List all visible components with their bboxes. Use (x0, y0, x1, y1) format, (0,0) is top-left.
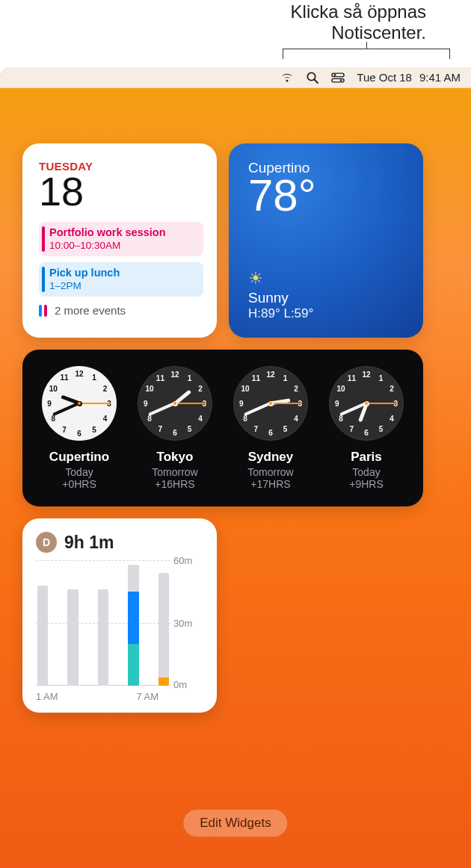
calendar-widget[interactable]: TUESDAY 18 Portfolio work session 10:00–… (22, 143, 217, 338)
clock-numeral: 10 (241, 385, 249, 393)
svg-point-5 (340, 79, 342, 81)
calendar-daynum: 18 (39, 171, 203, 211)
clock-numeral: 5 (283, 424, 288, 433)
callout-line2: Notiscenter. (331, 22, 426, 43)
bar-icon (44, 305, 47, 317)
callout-line1: Klicka så öppnas (291, 1, 426, 22)
chart-bar (98, 589, 108, 686)
menubar-date: Tue Oct 18 (357, 71, 412, 84)
weather-widget[interactable]: Cupertino 78° ☀︎ Sunny H:89° L:59° (229, 143, 423, 338)
world-clock-widget[interactable]: 123456789101112CupertinoToday+0HRS123456… (22, 350, 423, 506)
sun-icon: ☀︎ (248, 269, 407, 288)
clock-numeral: 1 (188, 374, 192, 382)
clock-numeral: 6 (77, 430, 81, 438)
svg-line-1 (315, 79, 318, 83)
chart-bar (128, 565, 138, 686)
calendar-more[interactable]: 2 more events (39, 304, 203, 317)
clock-numeral: 12 (266, 370, 274, 378)
clock-numeral: 10 (49, 385, 58, 393)
calendar-more-bars (39, 305, 47, 317)
clock-column: 123456789101112CupertinoToday+0HRS (34, 366, 124, 490)
clock-numeral: 9 (47, 400, 52, 408)
hand-s-hand (79, 403, 111, 404)
clock-city: Tokyo (130, 450, 220, 465)
chart-bar (158, 573, 169, 686)
hand-h-hand (271, 398, 290, 405)
clock-numeral: 7 (350, 424, 354, 433)
clock-numeral: 7 (158, 424, 163, 433)
clock-numeral: 2 (198, 385, 203, 393)
annotation-callout: Klicka så öppnas Notiscenter. (0, 0, 471, 67)
clock-numeral: 9 (239, 400, 244, 408)
chart-bars (36, 560, 170, 686)
avatar: D (36, 532, 57, 553)
svg-rect-2 (332, 73, 344, 77)
clock-pivot (364, 401, 369, 406)
screen-time-total: 9h 1m (64, 533, 114, 553)
clock-offset: +0HRS (34, 478, 124, 490)
clock-face: 123456789101112 (233, 366, 308, 441)
calendar-more-label: 2 more events (55, 304, 126, 317)
hand-m-hand (149, 402, 176, 416)
edit-widgets-button[interactable]: Edit Widgets (183, 810, 287, 837)
clock-numeral: 12 (170, 370, 179, 378)
hand-s-hand (366, 403, 398, 404)
hand-m-hand (244, 402, 271, 416)
clock-numeral: 11 (60, 373, 68, 382)
control-center-icon[interactable] (331, 71, 345, 84)
menubar-datetime[interactable]: Tue Oct 18 9:41 AM (357, 71, 461, 84)
clock-numeral: 4 (294, 414, 298, 422)
screen-time-widget[interactable]: D 9h 1m 60m 30m 0m 1 AM 7 AM (22, 518, 217, 713)
calendar-event[interactable]: Pick up lunch 1–2PM (39, 262, 203, 297)
chart-bar (37, 586, 48, 686)
notification-center: TUESDAY 18 Portfolio work session 10:00–… (0, 88, 471, 868)
clock-face: 123456789101112 (138, 366, 212, 441)
weather-temp: 78° (248, 173, 407, 218)
clock-day: Tomorrow (226, 466, 315, 478)
clock-numeral: 1 (379, 374, 384, 382)
widgets-row-3: D 9h 1m 60m 30m 0m 1 AM 7 AM (22, 518, 449, 713)
clock-numeral: 4 (103, 415, 108, 423)
clock-numeral: 4 (390, 414, 394, 422)
event-time: 10:00–10:30AM (49, 239, 196, 252)
wifi-icon[interactable] (280, 71, 294, 84)
chart-bar (67, 589, 78, 686)
clock-offset: +17HRS (226, 478, 315, 490)
clock-numeral: 11 (348, 374, 356, 382)
x-label: 1 AM (36, 691, 58, 702)
clock-day: Today (34, 466, 124, 478)
clock-numeral: 12 (362, 370, 370, 378)
clock-offset: +9HRS (321, 478, 411, 490)
menubar: Tue Oct 18 9:41 AM (0, 67, 471, 88)
clock-numeral: 2 (294, 385, 298, 393)
chart-bar-segment (158, 678, 169, 686)
callout-text: Klicka så öppnas Notiscenter. (0, 1, 426, 43)
x-label: 7 AM (136, 691, 158, 702)
clock-numeral: 5 (92, 425, 96, 433)
spotlight-icon[interactable] (306, 71, 319, 84)
clock-numeral: 11 (156, 374, 164, 382)
calendar-events: Portfolio work session 10:00–10:30AM Pic… (39, 222, 203, 297)
clock-city: Cupertino (34, 450, 124, 465)
y-label: 60m (173, 555, 203, 566)
widgets-row-2: 123456789101112CupertinoToday+0HRS123456… (22, 350, 449, 506)
clock-numeral: 6 (173, 429, 177, 437)
event-title: Portfolio work session (49, 226, 196, 239)
svg-point-3 (334, 73, 336, 75)
clock-numeral: 1 (92, 373, 96, 382)
clock-city: Sydney (226, 450, 315, 465)
hand-s-hand (271, 403, 302, 404)
clock-numeral: 7 (62, 425, 67, 433)
calendar-event[interactable]: Portfolio work session 10:00–10:30AM (39, 222, 203, 256)
weather-condition: Sunny (248, 290, 407, 306)
clock-numeral: 10 (336, 385, 345, 393)
clock-numeral: 5 (188, 424, 192, 433)
callout-stem (366, 42, 367, 49)
callout-bracket (283, 49, 450, 59)
clock-numeral: 5 (379, 424, 384, 433)
event-time: 1–2PM (49, 279, 196, 292)
hand-m-hand (53, 402, 80, 416)
clock-numeral: 1 (283, 374, 288, 382)
spacer (248, 218, 407, 269)
clock-numeral: 2 (103, 385, 108, 393)
